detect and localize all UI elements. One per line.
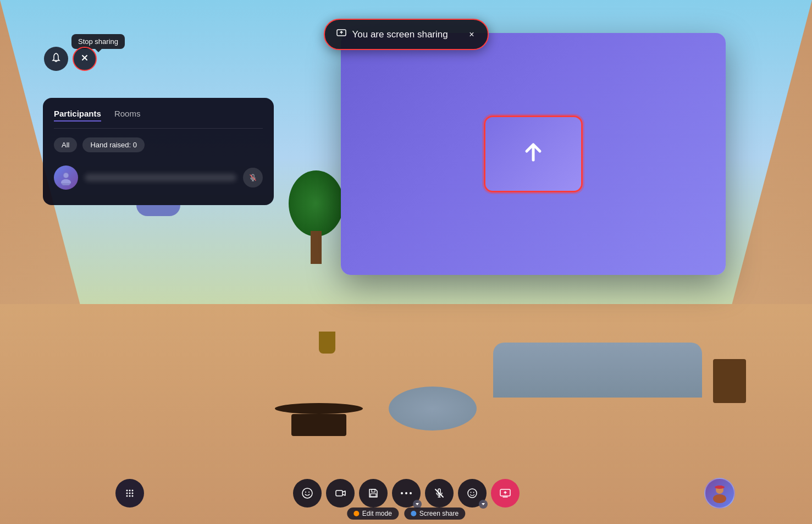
tree-foliage	[289, 170, 344, 236]
screen-share-upload-box	[484, 115, 583, 192]
svg-point-19	[401, 492, 403, 494]
tree-trunk	[311, 231, 322, 264]
svg-point-3	[64, 173, 68, 178]
emoji-sub-arrow	[479, 500, 488, 509]
grid-menu-button[interactable]	[115, 479, 144, 508]
participants-panel: Participants Rooms All Hand raised: 0	[43, 98, 274, 205]
svg-point-6	[132, 490, 134, 492]
svg-point-7	[126, 493, 128, 494]
svg-point-4	[126, 490, 128, 492]
screen-share-icon	[336, 27, 347, 41]
svg-point-20	[405, 492, 407, 494]
svg-point-11	[129, 495, 131, 497]
panel-filters: All Hand raised: 0	[54, 137, 263, 152]
filter-all-button[interactable]: All	[54, 137, 77, 152]
svg-point-24	[473, 492, 474, 493]
screen-share-dot	[411, 511, 416, 516]
bell-button[interactable]	[44, 47, 68, 71]
svg-point-23	[470, 492, 471, 493]
svg-point-13	[302, 488, 312, 498]
coffee-table-legs	[291, 414, 346, 436]
screen-share-label: Screen share	[419, 510, 459, 517]
banner-close-button[interactable]: ×	[467, 29, 476, 41]
edit-mode-label: Edit mode	[362, 510, 392, 517]
vr-screen	[341, 33, 726, 275]
record-button[interactable]	[326, 479, 355, 508]
svg-point-22	[468, 489, 477, 498]
mute-button[interactable]	[425, 479, 454, 508]
svg-point-12	[132, 495, 134, 497]
participant-mute-button[interactable]	[243, 168, 263, 187]
more-options-wrapper	[392, 479, 421, 508]
stop-sharing-x-icon	[80, 53, 90, 65]
screen-sharing-banner: You are screen sharing ×	[324, 19, 489, 50]
sofa	[493, 343, 702, 398]
plant-pot	[319, 332, 335, 354]
panel-bottom-accent	[136, 205, 180, 216]
upload-arrow-icon	[516, 134, 551, 174]
side-table	[713, 359, 746, 403]
svg-rect-16	[336, 490, 343, 496]
screen-share-pill: Screen share	[404, 508, 465, 520]
participant-item	[54, 161, 263, 194]
ottoman	[389, 387, 477, 431]
status-bar: Edit mode Screen share	[347, 508, 465, 520]
tab-rooms[interactable]: Rooms	[114, 109, 141, 122]
participant-avatar	[54, 166, 78, 190]
participant-name-blur	[85, 174, 236, 181]
svg-point-8	[129, 493, 131, 494]
svg-point-27	[713, 494, 726, 503]
bell-icon	[50, 52, 62, 67]
user-avatar-button[interactable]	[704, 478, 735, 509]
reaction-button[interactable]	[293, 479, 322, 508]
panel-tabs: Participants Rooms	[54, 109, 263, 129]
top-left-toolbar	[44, 47, 97, 71]
screen-share-active-button[interactable]	[491, 479, 520, 508]
bottom-toolbar	[293, 479, 520, 508]
filter-hand-raised-button[interactable]: Hand raised: 0	[82, 137, 145, 152]
svg-point-5	[129, 490, 131, 492]
svg-point-14	[305, 492, 306, 493]
svg-point-21	[410, 492, 412, 494]
stop-sharing-button[interactable]	[73, 47, 97, 71]
svg-point-10	[126, 495, 128, 497]
edit-mode-dot	[353, 511, 359, 516]
edit-mode-pill: Edit mode	[347, 508, 399, 520]
svg-point-9	[132, 493, 134, 494]
coffee-table	[275, 403, 363, 414]
banner-text: You are screen sharing	[352, 29, 462, 40]
emoji-wrapper	[458, 479, 487, 508]
save-button[interactable]	[359, 479, 388, 508]
tab-participants[interactable]: Participants	[54, 109, 101, 122]
svg-point-15	[308, 492, 310, 493]
svg-rect-29	[717, 486, 722, 488]
svg-rect-18	[371, 494, 376, 497]
